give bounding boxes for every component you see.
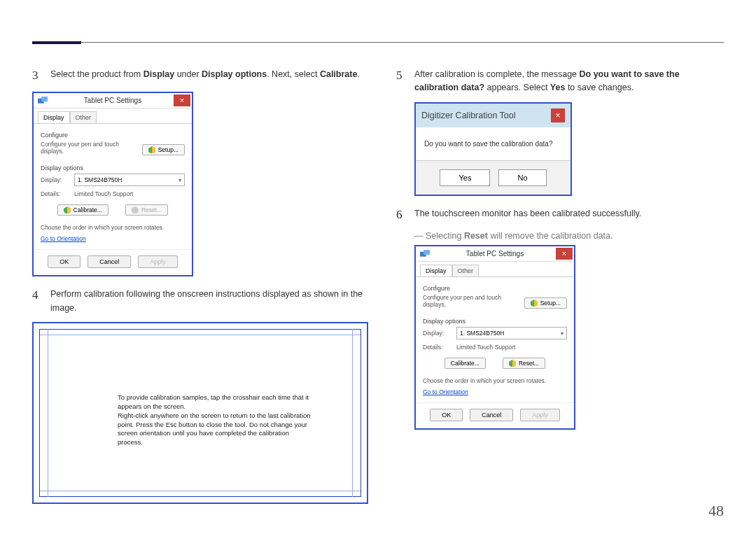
footer-buttons: OK Cancel Apply xyxy=(34,249,192,275)
t: Yes xyxy=(550,83,566,92)
shield-icon xyxy=(509,360,516,367)
pane: Configure Configure your pen and touch d… xyxy=(34,124,192,249)
setup-label: Setup... xyxy=(158,146,178,153)
t: Display xyxy=(144,69,174,79)
t: will remove the calibration data. xyxy=(488,231,613,241)
pane: Configure Configure your pen and touch d… xyxy=(416,277,574,402)
dialog-title: Digitizer Calibration Tool xyxy=(421,111,516,120)
cancel-button[interactable]: Cancel xyxy=(470,409,513,421)
tab-strip: Display Other xyxy=(34,108,192,124)
tablet-pc-settings-window-2: Tablet PC Settings × Display Other Confi… xyxy=(414,245,575,430)
display-options-label: Display options xyxy=(423,318,567,325)
t: Select the product from xyxy=(50,69,144,79)
setup-button[interactable]: Setup... xyxy=(142,144,185,155)
step-6: 6 The touchscreen monitor has been calib… xyxy=(396,206,724,224)
calibrate-button[interactable]: Calibrate... xyxy=(57,204,108,216)
no-button[interactable]: No xyxy=(498,169,546,186)
setup-button[interactable]: Setup... xyxy=(524,297,567,309)
app-icon xyxy=(420,250,430,258)
orientation-link[interactable]: Go to Orientation xyxy=(41,235,185,242)
tab-other[interactable]: Other xyxy=(70,111,97,123)
apply-button[interactable]: Apply xyxy=(520,409,560,421)
display-label: Display: xyxy=(41,176,74,183)
shield-icon xyxy=(148,146,155,153)
right-column: 5 After calibration is complete, the mes… xyxy=(396,66,724,514)
titlebar: Tablet PC Settings × xyxy=(416,246,574,262)
dialog-footer: Yes No xyxy=(416,161,570,195)
apply-button[interactable]: Apply xyxy=(138,255,178,268)
display-dropdown[interactable]: 1. SMS24B750H ▾ xyxy=(456,327,567,339)
app-icon xyxy=(38,97,48,105)
reset-button[interactable]: Reset... xyxy=(503,358,545,369)
shield-icon xyxy=(132,206,139,213)
rotate-label: Choose the order in which your screen ro… xyxy=(41,224,185,231)
yes-button[interactable]: Yes xyxy=(440,169,490,186)
details-label: Details: xyxy=(41,190,74,197)
calibrate-button[interactable]: Calibrate... xyxy=(444,358,486,369)
t: Reset xyxy=(464,231,488,241)
t: appears. Select xyxy=(484,83,550,92)
display-value: 1. SMS24B750H xyxy=(460,330,504,337)
t: Calibrate xyxy=(320,69,358,79)
setup-label: Setup... xyxy=(540,300,561,307)
step-text: Perform calibration following the onscre… xyxy=(50,286,368,315)
reset-label: Reset... xyxy=(141,206,162,213)
ok-button[interactable]: OK xyxy=(48,255,80,268)
step-number: 3 xyxy=(32,66,50,85)
calibration-screen: To provide calibration samples, tap the … xyxy=(32,322,368,504)
content-area: 3 Select the product from Display under … xyxy=(32,66,724,514)
window-title: Tablet PC Settings xyxy=(466,250,524,258)
tab-display[interactable]: Display xyxy=(38,111,70,123)
details-label: Details: xyxy=(423,344,456,351)
t: under xyxy=(174,69,202,79)
display-options-label: Display options xyxy=(41,164,185,171)
top-rule-accent xyxy=(32,41,81,44)
close-button[interactable]: × xyxy=(551,108,565,122)
details-value: Limited Touch Support xyxy=(74,190,133,197)
svg-rect-1 xyxy=(41,97,48,101)
close-button[interactable]: × xyxy=(556,248,573,260)
step-number: 5 xyxy=(396,66,414,95)
step-number: 4 xyxy=(32,286,50,315)
reset-button[interactable]: Reset... xyxy=(125,204,168,216)
t: After calibration is complete, the messa… xyxy=(414,69,580,79)
step-4: 4 Perform calibration following the onsc… xyxy=(32,286,368,315)
display-dropdown[interactable]: 1. SMS24B750H ▾ xyxy=(74,174,185,186)
tab-other[interactable]: Other xyxy=(452,265,479,276)
t: ― Selecting xyxy=(414,231,464,241)
calibrate-label: Calibrate... xyxy=(74,206,102,213)
step-text: Select the product from Display under Di… xyxy=(50,66,368,85)
note-reset: ― Selecting Reset will remove the calibr… xyxy=(414,231,724,241)
shield-icon xyxy=(64,206,71,213)
svg-rect-3 xyxy=(424,250,430,255)
configure-label: Configure xyxy=(41,132,185,139)
calib-line2: Right-click anywhere on the screen to re… xyxy=(118,412,311,447)
t: Display options xyxy=(202,69,267,79)
orientation-link[interactable]: Go to Orientation xyxy=(423,388,567,395)
window-title: Tablet PC Settings xyxy=(84,97,141,104)
ok-button[interactable]: OK xyxy=(430,409,463,421)
tab-display[interactable]: Display xyxy=(420,265,452,276)
step-text: After calibration is complete, the messa… xyxy=(414,66,724,95)
reset-label: Reset... xyxy=(519,360,539,367)
details-value: Limited Touch Support xyxy=(456,344,515,351)
step-5: 5 After calibration is complete, the mes… xyxy=(396,66,724,95)
dialog-body: Do you want to save the calibration data… xyxy=(416,127,570,161)
configure-sub: Configure your pen and touch displays. xyxy=(41,141,142,155)
page-number: 48 xyxy=(708,502,724,520)
tab-strip: Display Other xyxy=(416,262,574,277)
dialog-title-bar: Digitizer Calibration Tool × xyxy=(416,104,570,127)
close-button[interactable]: × xyxy=(174,94,190,106)
t: to save changes. xyxy=(565,83,634,92)
shield-icon xyxy=(531,300,538,307)
calibration-instructions: To provide calibration samples, tap the … xyxy=(118,393,311,447)
rotate-label: Choose the order in which your screen ro… xyxy=(423,377,567,384)
cancel-button[interactable]: Cancel xyxy=(88,255,131,268)
display-value: 1. SMS24B750H xyxy=(78,176,122,183)
titlebar: Tablet PC Settings × xyxy=(34,93,192,108)
step-3: 3 Select the product from Display under … xyxy=(32,66,368,85)
calibrate-label: Calibrate... xyxy=(451,360,479,367)
tablet-pc-settings-window: Tablet PC Settings × Display Other Confi… xyxy=(32,92,193,276)
t: . Next, select xyxy=(267,69,320,79)
chevron-down-icon: ▾ xyxy=(178,177,181,183)
